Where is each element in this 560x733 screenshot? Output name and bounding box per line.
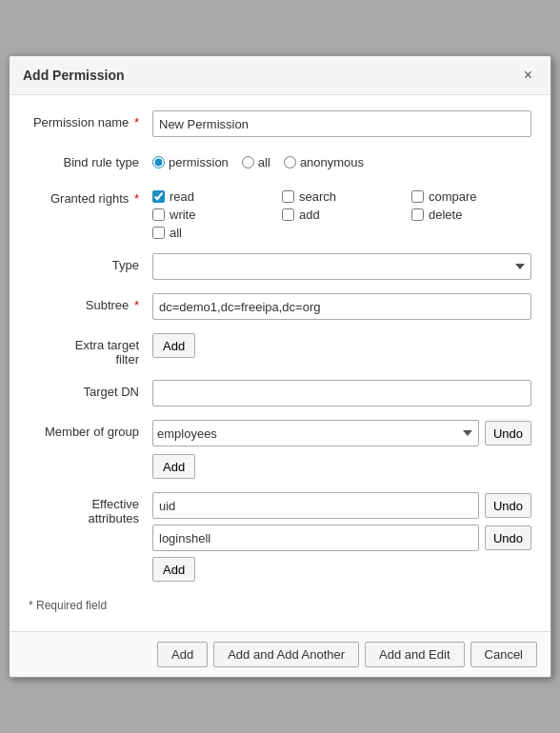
target-dn-label: Target DN [29,380,152,399]
right-all[interactable]: all [152,226,272,240]
attr-loginshell-row: Undo [152,525,531,551]
add-button[interactable]: Add [157,642,208,667]
right-write-checkbox[interactable] [152,208,165,221]
close-button[interactable]: × [519,66,537,85]
required-note: * Required field [29,595,531,622]
granted-rights-row: Granted rights * read search compare [29,183,531,240]
bind-rule-type-label: Bind rule type [29,150,152,169]
bind-rule-permission-radio[interactable] [152,156,165,168]
member-add-container: Add [152,454,531,479]
right-delete-checkbox[interactable] [411,208,424,221]
dialog-footer: Add Add and Add Another Add and Edit Can… [10,631,550,677]
permission-name-row: Permission name * [29,110,531,137]
member-of-group-undo-button[interactable]: Undo [485,421,531,446]
right-search[interactable]: search [282,189,402,204]
subtree-row: Subtree * [29,293,531,320]
right-add[interactable]: add [282,208,402,222]
extra-target-filter-label: Extra targetfilter [29,333,152,366]
right-read[interactable]: read [152,189,272,204]
right-delete[interactable]: delete [411,208,531,222]
type-control [152,253,531,280]
extra-target-filter-control: Add [152,333,531,358]
right-add-checkbox[interactable] [282,208,294,221]
target-dn-control [152,380,531,406]
attr-uid-row: Undo [152,492,531,519]
attr-loginshell-input[interactable] [152,525,479,551]
required-star-3: * [134,298,139,312]
attr-uid-input[interactable] [152,492,479,519]
permission-name-input[interactable] [152,110,531,137]
effective-attributes-row: Effectiveattributes Undo Undo Add [29,492,531,582]
target-dn-input[interactable] [152,380,531,406]
add-and-add-another-button[interactable]: Add and Add Another [213,642,359,667]
attr-loginshell-undo-button[interactable]: Undo [485,525,531,550]
dialog-header: Add Permission × [10,56,550,95]
member-of-group-control: employees Undo Add [152,420,531,479]
member-of-group-label: Member of group [29,420,152,439]
type-select[interactable] [152,253,531,280]
attr-uid-undo-button[interactable]: Undo [485,493,531,518]
effective-attributes-label: Effectiveattributes [29,492,152,525]
effective-attributes-control: Undo Undo Add [152,492,531,582]
add-and-edit-button[interactable]: Add and Edit [365,642,464,667]
bind-rule-all[interactable]: all [242,155,270,169]
permission-name-control [152,110,531,137]
member-group-row: employees Undo [152,420,531,446]
add-filter-button[interactable]: Add [152,333,195,358]
right-compare[interactable]: compare [411,189,531,204]
bind-rule-all-radio[interactable] [242,156,254,168]
bind-rule-anonymous[interactable]: anonymous [284,155,364,169]
right-search-checkbox[interactable] [282,190,294,203]
subtree-input[interactable] [152,293,531,320]
bind-rule-type-control: permission all anonymous [152,150,531,169]
checkbox-grid: read search compare write [152,187,531,240]
member-of-group-select[interactable]: employees [152,420,479,446]
right-write[interactable]: write [152,208,272,222]
required-star: * [134,115,139,129]
attr-add-button[interactable]: Add [152,557,195,582]
bind-rule-anonymous-radio[interactable] [284,156,296,168]
dialog-body: Permission name * Bind rule type permiss… [10,95,550,631]
type-label: Type [29,253,152,272]
cancel-button[interactable]: Cancel [470,642,537,667]
extra-target-filter-row: Extra targetfilter Add [29,333,531,366]
required-star-2: * [134,191,139,206]
type-row: Type [29,253,531,280]
right-read-checkbox[interactable] [152,190,165,203]
permission-name-label: Permission name * [29,110,152,129]
target-dn-row: Target DN [29,380,531,406]
granted-rights-label: Granted rights * [29,187,152,206]
member-of-group-row: Member of group employees Undo Add [29,420,531,479]
right-compare-checkbox[interactable] [411,190,424,203]
attr-add-container: Add [152,557,531,582]
dialog-title: Add Permission [23,68,125,83]
subtree-label: Subtree * [29,293,152,312]
member-add-button[interactable]: Add [152,454,195,479]
bind-rule-permission[interactable]: permission [152,155,229,169]
granted-rights-control: read search compare write [152,187,531,240]
right-all-checkbox[interactable] [152,227,165,239]
subtree-control [152,293,531,320]
bind-rule-type-row: Bind rule type permission all anonymous [29,150,531,169]
add-permission-dialog: Add Permission × Permission name * Bind … [9,55,551,678]
